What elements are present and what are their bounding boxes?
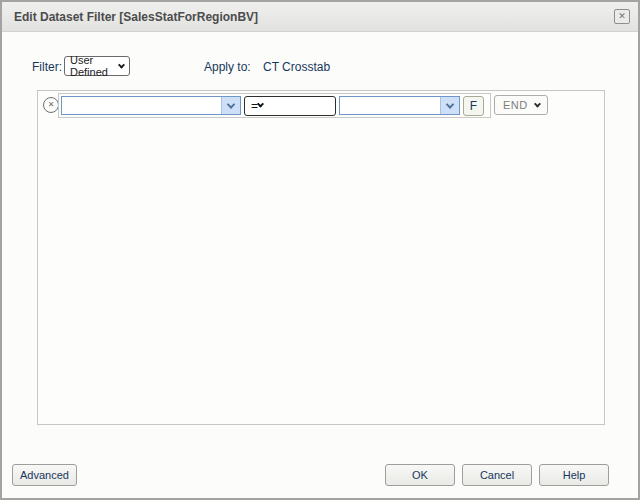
filter-type-select[interactable]: User Defined [64, 56, 130, 76]
chevron-down-icon [446, 100, 454, 108]
advanced-button[interactable]: Advanced [12, 464, 77, 486]
field-select-dropdown-button[interactable] [221, 97, 240, 114]
logic-operator-select[interactable]: END [494, 95, 548, 115]
close-icon[interactable]: ✕ [614, 9, 630, 24]
chevron-down-icon [534, 100, 541, 107]
field-select[interactable] [61, 96, 241, 115]
chevron-down-icon [257, 101, 264, 108]
title-bar: Edit Dataset Filter [SalesStatForRegionB… [2, 2, 638, 32]
filter-type-value: User Defined [70, 54, 119, 78]
apply-to-label: Apply to: [204, 60, 251, 74]
formula-button[interactable]: F [463, 96, 484, 116]
help-button[interactable]: Help [539, 464, 609, 486]
condition-row: = F [58, 93, 491, 118]
ok-button[interactable]: OK [385, 464, 455, 486]
operator-select[interactable]: = [244, 96, 336, 116]
chevron-down-icon [227, 100, 235, 108]
dialog-title: Edit Dataset Filter [SalesStatForRegionB… [14, 10, 258, 24]
value-select[interactable] [339, 96, 460, 115]
filter-conditions-panel: ✕ = F END [37, 90, 605, 425]
value-select-dropdown-button[interactable] [440, 97, 459, 114]
chevron-down-icon [118, 61, 125, 68]
logic-operator-value: END [503, 99, 535, 111]
filter-label: Filter: [32, 60, 62, 74]
operator-select-value: = [251, 99, 258, 113]
cancel-button[interactable]: Cancel [462, 464, 532, 486]
edit-dataset-filter-dialog: Edit Dataset Filter [SalesStatForRegionB… [0, 0, 640, 500]
delete-condition-icon[interactable]: ✕ [43, 97, 59, 113]
apply-to-value: CT Crosstab [263, 60, 330, 74]
